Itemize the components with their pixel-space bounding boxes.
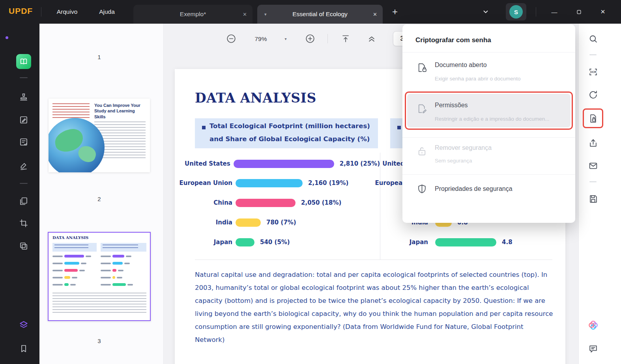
chart-row: Japan 4.8 <box>370 238 568 246</box>
encrypt-button[interactable] <box>586 111 600 125</box>
thumbnail-page-number: 2 <box>49 196 150 202</box>
comment-tool-button[interactable] <box>16 89 32 105</box>
comments-panel-button[interactable] <box>586 342 600 356</box>
rail-divider <box>589 54 597 55</box>
updf-logo: UPDF <box>9 6 33 16</box>
reader-mode-button[interactable] <box>16 54 32 69</box>
menu-item-permissoes-highlight-bg <box>407 94 570 127</box>
bar-label: Japan <box>370 239 428 246</box>
thumbnail-page-3[interactable]: DATA ANALYSIS <box>48 232 151 321</box>
thumbnail-page-2[interactable]: You Can Improve Your Study and Learning … <box>49 99 150 172</box>
divider <box>536 7 536 17</box>
rail-divider <box>589 181 597 182</box>
mini-banner <box>101 243 146 252</box>
menu-divider <box>402 137 575 138</box>
save-button[interactable] <box>586 192 600 206</box>
tab-label: Exemplo* <box>180 11 206 18</box>
form-fields-icon <box>19 137 28 147</box>
bar-value: 780 (7%) <box>266 219 296 226</box>
edit-pdf-button[interactable] <box>16 112 32 128</box>
thumbnail-page-number: 1 <box>49 54 150 60</box>
menu-ajuda[interactable]: Ajuda <box>93 0 121 24</box>
bar-value: 4.8 <box>502 239 513 246</box>
encrypt-menu-title: Criptografar com senha <box>415 36 491 44</box>
bar <box>236 238 254 246</box>
pages-icon <box>19 196 28 206</box>
layers-icon <box>19 320 29 330</box>
previous-page-button[interactable] <box>366 33 377 44</box>
document-heading: DATA ANALYSIS <box>195 90 316 106</box>
menu-arquivo[interactable]: Arquivo <box>51 0 83 24</box>
menu-divider <box>402 52 575 52</box>
chart-row: China 2,050 (18%) <box>175 198 380 207</box>
shield-icon <box>417 184 427 194</box>
new-tab-button[interactable]: + <box>388 0 402 24</box>
ocr-icon: OCR <box>588 67 598 77</box>
search-button[interactable] <box>586 32 600 46</box>
bar <box>236 179 303 187</box>
sign-tool-button[interactable] <box>16 159 32 174</box>
thumbnail-heading: You Can Improve Your Study and Learning … <box>94 103 146 119</box>
menu-item-label: Propriedades de segurança <box>435 185 513 192</box>
divider <box>41 7 41 17</box>
share-button[interactable] <box>586 136 600 150</box>
ai-assistant-button[interactable] <box>586 318 600 332</box>
tab-exemplo[interactable]: Exemplo* ✕ <box>133 5 253 24</box>
envelope-icon <box>588 161 598 171</box>
zoom-in-button[interactable] <box>305 33 316 44</box>
zoom-caret-icon[interactable]: ▾ <box>282 35 290 42</box>
updf-window: UPDF Arquivo Ajuda Exemplo* ✕ ▾ Essentia… <box>0 0 621 364</box>
share-upload-icon <box>588 138 598 148</box>
chart-row: India 780 (7%) <box>175 218 380 227</box>
bar <box>236 218 261 227</box>
menu-item-label: Permissões <box>435 102 468 109</box>
window-close-button[interactable]: ✕ <box>594 0 612 24</box>
organize-pages-button[interactable] <box>16 193 32 209</box>
chart-caption-banner-left: Total Ecological Footprint (million hect… <box>195 118 378 148</box>
tab-label: Essential of Ecology <box>292 11 348 18</box>
zoom-out-button[interactable] <box>226 33 237 44</box>
tab-close-icon[interactable]: ✕ <box>373 11 377 17</box>
comment-bubble-icon <box>588 344 598 354</box>
bar-label: India <box>175 219 232 226</box>
duplicate-pages-icon <box>19 241 28 251</box>
account-avatar[interactable]: S <box>506 3 526 21</box>
scroll-to-top-button[interactable] <box>340 33 351 44</box>
crop-pages-button[interactable] <box>16 215 32 231</box>
bookmarks-panel-button[interactable] <box>16 341 32 357</box>
batch-process-button[interactable] <box>16 238 32 254</box>
tab-essential-of-ecology[interactable]: ▾ Essential of Ecology ✕ <box>257 5 383 24</box>
bar <box>234 160 334 168</box>
avatar-initial: S <box>509 5 523 19</box>
search-icon <box>588 34 598 44</box>
menu-item-subtitle: Restringir a edição e a impressão do doc… <box>435 116 549 122</box>
titlebar: UPDF Arquivo Ajuda Exemplo* ✕ ▾ Essentia… <box>0 0 621 24</box>
window-maximize-button[interactable] <box>570 0 587 24</box>
encrypt-menu: Criptografar com senha Documento aberto … <box>402 24 575 223</box>
document-lock-icon <box>588 114 598 123</box>
rail-divider <box>20 77 28 78</box>
tab-list-chevron-icon[interactable] <box>479 0 492 24</box>
menu-divider <box>402 174 575 175</box>
mini-banner <box>52 243 97 252</box>
window-minimize-button[interactable]: — <box>546 0 563 24</box>
email-button[interactable] <box>586 159 600 173</box>
tab-dropdown-icon[interactable]: ▾ <box>264 12 267 17</box>
tab-close-icon[interactable]: ✕ <box>243 11 247 17</box>
left-tool-rail <box>0 24 39 364</box>
form-tool-button[interactable] <box>16 134 32 150</box>
thumbnail-page-number: 3 <box>48 338 151 344</box>
document-edit-icon <box>417 103 427 114</box>
bar-label: European Union <box>175 179 232 187</box>
thumbnails-panel-button[interactable] <box>16 317 32 333</box>
ocr-button[interactable]: OCR <box>586 65 600 79</box>
zoom-level[interactable]: 79% <box>248 35 274 43</box>
bar <box>236 199 296 207</box>
ai-flower-icon <box>588 320 599 330</box>
convert-button[interactable] <box>586 88 600 102</box>
thumbnail-title: DATA ANALYSIS <box>52 235 88 240</box>
bullet-square-icon <box>202 126 206 129</box>
notification-dot <box>6 36 8 39</box>
menu-item-label: Remover segurança <box>435 144 492 151</box>
chart-row: European Union 2,160 (19%) <box>175 179 380 187</box>
